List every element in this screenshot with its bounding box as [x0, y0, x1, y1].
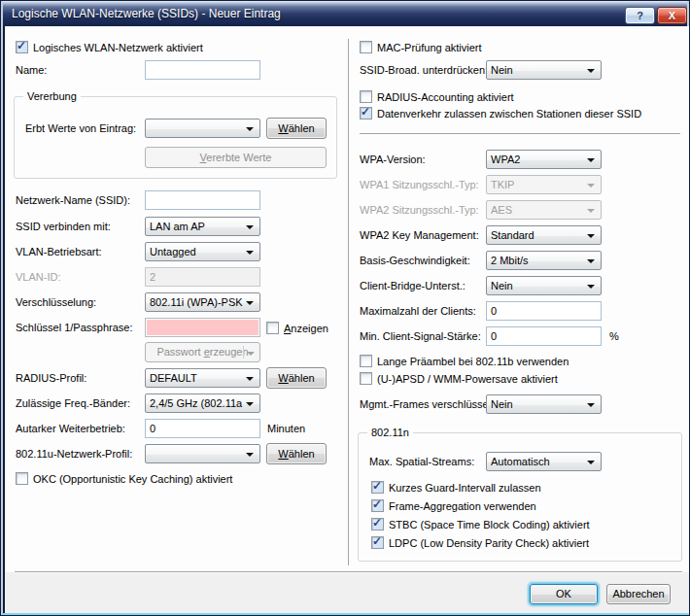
long-preamble-label: Lange Präambel bei 802.11b verwenden	[377, 354, 569, 369]
basis-rate-value: 2 Mbit/s	[491, 255, 529, 266]
mgmt-frames-label: Mgmt.-Frames verschlüsseln	[360, 394, 487, 414]
question-mark-icon: ?	[637, 10, 643, 21]
basis-rate-select[interactable]: 2 Mbit/s	[486, 251, 602, 270]
client-bridge-value: Nein	[491, 280, 513, 291]
frame-aggregation-checkbox[interactable]: ✓	[371, 499, 384, 512]
wpa-version-select[interactable]: WPA2	[486, 150, 602, 169]
chevron-down-icon	[587, 285, 595, 289]
chevron-down-icon	[587, 209, 595, 213]
min-signal-value: 0	[491, 330, 497, 342]
window-title: Logische WLAN-Netzwerke (SSIDs) - Neuer …	[12, 1, 281, 26]
ldpc-checkbox[interactable]: ✓	[371, 536, 384, 549]
show-passphrase-checkbox[interactable]	[266, 322, 279, 334]
ok-button[interactable]: OK	[530, 584, 598, 604]
wpa2-type-label: WPA2 Sitzungsschl.-Typ:	[360, 200, 479, 220]
title-bar[interactable]: Logische WLAN-Netzwerke (SSIDs) - Neuer …	[3, 1, 687, 26]
freq-bands-select[interactable]: 2,4/5 GHz (802.11a	[145, 394, 260, 413]
passphrase-input[interactable]	[145, 318, 260, 337]
vlan-id-label: VLAN-ID:	[16, 267, 60, 287]
inherit-from-select[interactable]	[145, 119, 260, 138]
radius-choose-button[interactable]: Wählen	[266, 367, 327, 389]
wpa-version-value: WPA2	[491, 154, 520, 165]
apsd-label: (U-)APSD / WMM-Powersave aktiviert	[377, 371, 558, 387]
wpa2-type-select: AES	[486, 200, 602, 220]
cancel-button[interactable]: Abbrechen	[606, 584, 671, 604]
standalone-unit-label: Minuten	[267, 419, 305, 438]
footer-divider	[15, 571, 682, 572]
check-icon: ✓	[372, 516, 382, 530]
ssid-name-input[interactable]	[145, 190, 260, 210]
standalone-input[interactable]: 0	[145, 419, 260, 438]
short-guard-interval-label: Kurzes Guard-Intervall zulassen	[389, 480, 541, 496]
logical-wlan-enabled-checkbox[interactable]: ✓	[16, 41, 28, 53]
wpa1-type-label: WPA1 Sitzungsschl.-Typ:	[360, 175, 479, 194]
freq-bands-label: Zulässige Freq.-Bänder:	[16, 394, 130, 413]
wpa1-type-value: TKIP	[491, 179, 514, 190]
chevron-down-icon	[587, 158, 595, 162]
passphrase-label: Schlüssel 1/Passphrase:	[16, 318, 132, 337]
show-passphrase-label: Anzeigen	[284, 321, 328, 336]
okc-checkbox[interactable]	[16, 472, 28, 485]
chevron-down-icon	[246, 301, 254, 305]
split-divider	[243, 346, 244, 359]
name-label: Name:	[16, 60, 47, 80]
mgmt-frames-select[interactable]: Nein	[486, 394, 602, 414]
profile-11u-choose-button[interactable]: Wählen	[266, 443, 327, 464]
name-input[interactable]	[145, 60, 260, 80]
logical-wlan-enabled-label: Logisches WLAN-Netzwerk aktiviert	[33, 40, 203, 55]
max-clients-value: 0	[491, 305, 497, 317]
chevron-down-icon	[587, 234, 595, 238]
allow-traffic-label: Datenverkehr zulassen zwischen Stationen…	[377, 106, 641, 121]
chevron-down-icon	[587, 403, 595, 407]
connect-to-select[interactable]: LAN am AP	[145, 217, 260, 236]
min-signal-label: Min. Client-Signal-Stärke:	[360, 326, 481, 346]
chevron-down-icon	[247, 352, 255, 356]
802-11n-group-title: 802.11n	[367, 426, 413, 440]
inherit-choose-button[interactable]: Wählen	[266, 118, 327, 139]
basis-rate-label: Basis-Geschwindigkeit:	[360, 251, 470, 270]
check-icon: ✓	[372, 479, 382, 493]
allow-traffic-checkbox[interactable]: ✓	[360, 107, 372, 120]
chevron-down-icon	[246, 402, 254, 406]
mac-check-label: MAC-Prüfung aktiviert	[377, 40, 482, 55]
close-icon: X	[669, 10, 675, 21]
mac-check-checkbox[interactable]	[360, 41, 372, 53]
check-icon: ✓	[17, 39, 26, 52]
profile-11u-label: 802.11u-Netzwerk-Profil:	[16, 444, 132, 463]
short-guard-interval-checkbox[interactable]: ✓	[371, 481, 384, 494]
close-button[interactable]: X	[657, 7, 687, 24]
help-button[interactable]: ?	[625, 7, 655, 24]
client-bridge-select[interactable]: Nein	[486, 276, 602, 295]
inherit-from-label: Erbt Werte von Eintrag:	[25, 119, 136, 138]
freq-bands-value: 2,4/5 GHz (802.11a	[150, 397, 242, 409]
wpa2-key-mgmt-value: Standard	[491, 229, 535, 241]
stbc-label: STBC (Space Time Block Coding) aktiviert	[389, 517, 590, 532]
radius-profile-value: DEFAULT	[150, 372, 197, 384]
window-frame: Logische WLAN-Netzwerke (SSIDs) - Neuer …	[1, 1, 689, 615]
wpa2-type-value: AES	[491, 204, 512, 216]
ssid-name-label: Netzwerk-Name (SSID):	[16, 190, 130, 210]
max-clients-input[interactable]: 0	[486, 301, 602, 321]
wpa2-key-mgmt-select[interactable]: Standard	[486, 225, 602, 245]
ssid-broadcast-select[interactable]: Nein	[486, 60, 602, 80]
chevron-down-icon	[246, 251, 254, 255]
radius-profile-label: RADIUS-Profil:	[16, 368, 86, 388]
vlan-id-value: 2	[150, 271, 155, 283]
encryption-select[interactable]: 802.11i (WPA)-PSK	[145, 292, 260, 312]
radius-accounting-checkbox[interactable]	[360, 90, 372, 103]
profile-11u-select[interactable]	[145, 444, 260, 463]
spatial-streams-select[interactable]: Automatisch	[486, 452, 602, 471]
min-signal-input[interactable]: 0	[486, 326, 602, 346]
long-preamble-checkbox[interactable]	[360, 355, 372, 367]
radius-profile-select[interactable]: DEFAULT	[145, 368, 260, 388]
dialog-body: ✓ Logisches WLAN-Netzwerk aktiviert Name…	[5, 26, 689, 613]
mgmt-frames-value: Nein	[491, 398, 513, 410]
stbc-checkbox[interactable]: ✓	[371, 518, 384, 530]
vlan-mode-label: VLAN-Betriebsart:	[16, 242, 102, 261]
ssid-broadcast-value: Nein	[491, 64, 513, 76]
chevron-down-icon	[587, 184, 595, 188]
chevron-down-icon	[587, 69, 595, 73]
apsd-checkbox[interactable]	[360, 372, 372, 385]
dialog-window: Logische WLAN-Netzwerke (SSIDs) - Neuer …	[0, 0, 690, 616]
vlan-mode-select[interactable]: Untagged	[145, 242, 260, 261]
